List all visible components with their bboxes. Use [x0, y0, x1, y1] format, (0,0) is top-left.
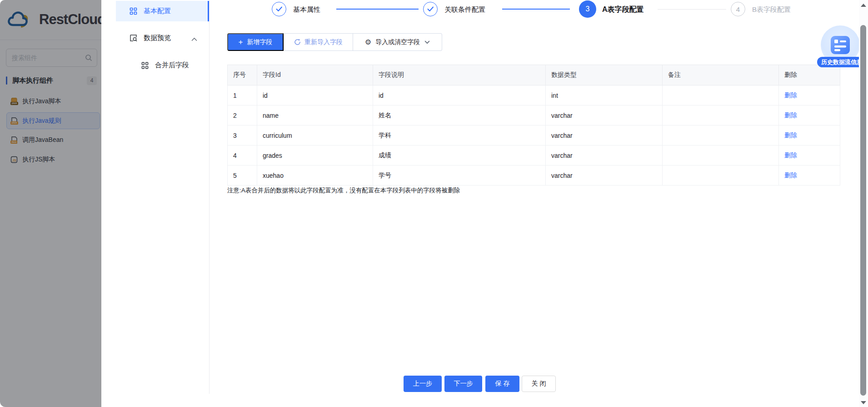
table-row: 5 xuehao 学号 varchar 删除	[228, 166, 840, 186]
scroll-down-arrow-icon[interactable]	[861, 401, 866, 404]
step-1-circle-check-icon	[272, 2, 286, 16]
scrollbar-thumb[interactable]	[860, 25, 866, 396]
gear-icon: ⚙	[365, 38, 371, 46]
reimport-fields-button[interactable]: 重新导入字段	[284, 33, 353, 51]
delete-row-link[interactable]: 删除	[784, 131, 797, 139]
step-connector	[336, 9, 419, 10]
modal-dim-overlay[interactable]	[0, 0, 101, 407]
col-header-remark: 备注	[663, 65, 779, 85]
table-note: 注意:A表合并后的数据将以此字段配置为准，没有配置在本字段列表中的字段将被删除	[227, 186, 460, 195]
step-connector	[502, 9, 570, 10]
vertical-scrollbar[interactable]	[859, 0, 868, 407]
chevron-up-icon[interactable]	[191, 35, 197, 43]
grid-icon	[130, 7, 137, 15]
nav-item-merged-fields[interactable]: 合并后字段	[116, 55, 209, 75]
app-window: RestCloud 脚本执行组件 4 JAVA 执行Java脚本 JAV	[0, 0, 868, 407]
fields-table: 序号 字段Id 字段说明 数据类型 备注 删除 1 id id int 删除	[227, 65, 840, 186]
scroll-up-arrow-icon[interactable]	[861, 4, 866, 7]
plus-icon: +	[239, 38, 243, 47]
close-button[interactable]: 关 闭	[522, 376, 556, 392]
nav-item-basic-config[interactable]: 基本配置	[116, 1, 209, 21]
col-header-data-type: 数据类型	[546, 65, 663, 85]
prev-step-button[interactable]: 上一步	[404, 376, 442, 392]
table-row: 4 grades 成绩 varchar 删除	[228, 146, 840, 166]
col-header-seq: 序号	[228, 65, 257, 85]
history-dataflow-icon	[829, 34, 851, 56]
step-4-label: B表字段配置	[752, 5, 791, 14]
step-1-label: 基本属性	[293, 5, 320, 14]
grid-icon	[141, 62, 149, 69]
table-row: 1 id id int 删除	[228, 85, 840, 106]
chevron-down-icon	[424, 40, 430, 44]
import-or-clear-fields-button[interactable]: ⚙ 导入或清空字段	[353, 33, 442, 51]
col-header-delete: 删除	[779, 65, 840, 85]
config-drawer: 基本配置 数据预览 合并后字段 基	[101, 0, 868, 407]
table-row: 2 name 姓名 varchar 删除	[228, 106, 840, 126]
file-search-icon	[130, 34, 137, 42]
step-connector	[658, 9, 726, 10]
save-button[interactable]: 保 存	[485, 376, 519, 392]
next-step-button[interactable]: 下一步	[444, 376, 482, 392]
delete-row-link[interactable]: 删除	[784, 111, 797, 119]
step-4-circle: 4	[731, 2, 745, 16]
add-field-button[interactable]: + 新增字段	[227, 33, 284, 51]
nav-item-data-preview[interactable]: 数据预览	[116, 28, 209, 48]
table-row: 3 curriculum 学科 varchar 删除	[228, 126, 840, 146]
col-header-field-desc: 字段说明	[373, 65, 546, 85]
step-2-label: 关联条件配置	[444, 5, 485, 14]
delete-row-link[interactable]: 删除	[784, 151, 797, 159]
table-header-row: 序号 字段Id 字段说明 数据类型 备注 删除	[228, 65, 840, 85]
col-header-field-id: 字段Id	[257, 65, 373, 85]
drawer-nav-column: 基本配置 数据预览 合并后字段	[101, 0, 210, 394]
step-2-circle-check-icon	[423, 2, 438, 16]
step-3-circle: 3	[579, 0, 596, 18]
table-toolbar: + 新增字段 重新导入字段 ⚙ 导入或清空字段	[227, 33, 442, 51]
refresh-icon	[294, 39, 301, 45]
step-3-label: A表字段配置	[602, 5, 644, 15]
delete-row-link[interactable]: 删除	[784, 171, 797, 179]
delete-row-link[interactable]: 删除	[784, 91, 797, 99]
